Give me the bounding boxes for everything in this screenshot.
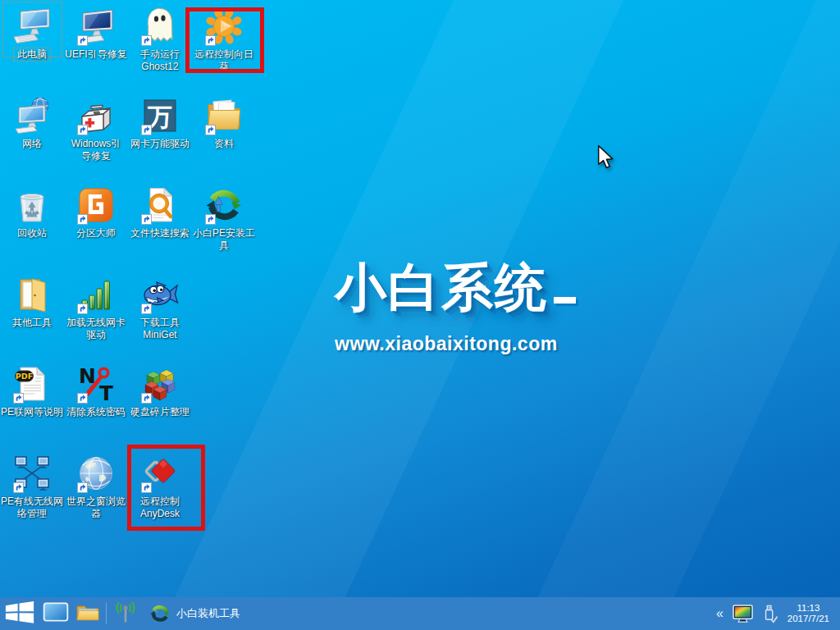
brand-logo-url: www.xiaobaixitong.com bbox=[335, 333, 576, 355]
shortcut-arrow-icon bbox=[141, 482, 152, 493]
desktop-background[interactable]: 此电脑UEFI引导修复手动运行 Ghost12远程控制向日 葵网络Widnows… bbox=[0, 0, 840, 630]
desktop-icon-label: Widnows引 导修复 bbox=[71, 138, 121, 162]
toolbox-icon bbox=[76, 96, 116, 135]
shortcut-arrow-icon bbox=[77, 125, 88, 135]
desktop-icon-label: 远程控制 AnyDesk bbox=[140, 495, 180, 520]
folder-icon bbox=[204, 96, 244, 135]
shortcut-arrow-icon bbox=[77, 393, 88, 404]
desktop-icon-other-tools[interactable]: 其他工具 bbox=[0, 275, 64, 329]
shortcut-arrow-icon bbox=[77, 214, 88, 225]
shark-icon bbox=[140, 275, 180, 314]
desktop-icon-label: 硬盘碎片整理 bbox=[130, 406, 189, 418]
tray-clock[interactable]: 11:13 2017/7/21 bbox=[788, 603, 829, 624]
pc-repair-icon bbox=[76, 7, 116, 46]
taskbar-app-button[interactable]: 小白装机工具 bbox=[144, 597, 245, 630]
desktop-icon-label: 下载工具 MiniGet bbox=[140, 317, 180, 341]
desktop-icon-label: 手动运行 Ghost12 bbox=[140, 48, 180, 73]
desktop-icon-label: 小白PE安装工 具 bbox=[193, 227, 255, 252]
net-nodes-icon bbox=[12, 454, 52, 493]
ghost-icon bbox=[140, 7, 180, 46]
desktop-icon-wireless-nic-driver[interactable]: 加载无线网卡 驱动 bbox=[64, 275, 128, 341]
desktop-icon-data-folder[interactable]: 资料 bbox=[192, 96, 256, 150]
logo-underscore bbox=[554, 297, 576, 304]
desktop-icon-nic-universal-driver[interactable]: 万网卡万能驱动 bbox=[128, 96, 192, 150]
shortcut-arrow-icon bbox=[205, 35, 216, 46]
desktop-icon-uefi-repair[interactable]: UEFI引导修复 bbox=[64, 7, 128, 61]
desktop-icon-file-quick-search[interactable]: 文件快速搜索 bbox=[128, 185, 192, 240]
partition-icon bbox=[76, 185, 116, 225]
shortcut-arrow-icon bbox=[141, 125, 152, 135]
cubes-icon bbox=[140, 364, 180, 404]
desktop-icon-label: 世界之窗浏览 器 bbox=[66, 495, 126, 520]
desktop-icon-sunflower-remote[interactable]: 远程控制向日 葵 bbox=[192, 7, 256, 73]
shortcut-arrow-icon bbox=[205, 125, 216, 135]
brand-logo: 小白系统 www.xiaobaixitong.com bbox=[335, 258, 576, 355]
desktop-icon-world-window-browser[interactable]: 世界之窗浏览 器 bbox=[64, 454, 128, 520]
brand-logo-title: 小白系统 bbox=[335, 258, 576, 317]
desktop-icon-clear-password[interactable]: NT清除系统密码 bbox=[64, 364, 128, 418]
shortcut-arrow-icon bbox=[205, 214, 216, 225]
folder-icon bbox=[75, 601, 100, 626]
hidden-icons-chevron[interactable]: « bbox=[716, 607, 724, 620]
shortcut-arrow-icon bbox=[77, 482, 88, 493]
pdf-doc-icon: PDF bbox=[12, 364, 52, 404]
wan-driver-icon: 万 bbox=[140, 96, 180, 135]
usb-eject-icon[interactable] bbox=[762, 602, 778, 625]
desktop-icon-pe-network-mgmt[interactable]: PE有线无线网 络管理 bbox=[0, 454, 64, 520]
desktop-icon-label: 资料 bbox=[214, 138, 234, 150]
desktop-icon-label: 此电脑 bbox=[14, 48, 50, 61]
svg-text:PDF: PDF bbox=[16, 372, 33, 381]
desktop-icon-label: PE有线无线网 络管理 bbox=[1, 495, 63, 520]
desktop-icon-pe-readme[interactable]: PDFPE联网等说明 bbox=[0, 364, 64, 418]
open-folder-icon bbox=[12, 275, 52, 314]
desktop-icon-partition-master[interactable]: 分区大师 bbox=[64, 185, 128, 240]
desktop-icon-label: 清除系统密码 bbox=[66, 406, 126, 418]
display-settings-icon[interactable] bbox=[733, 605, 753, 623]
desktop-icon-miniget[interactable]: 下载工具 MiniGet bbox=[128, 275, 192, 341]
desktop-icon-recycle-bin[interactable]: 回收站 bbox=[0, 185, 64, 240]
desktop-icon-network[interactable]: 网络 bbox=[0, 96, 64, 150]
svg-text:T: T bbox=[99, 381, 113, 404]
sunflower-icon bbox=[204, 7, 244, 46]
desktop-icon-label: 远程控制向日 葵 bbox=[194, 48, 253, 73]
taskbar: 小白装机工具 « 11:13 2017/7/21 bbox=[0, 597, 840, 630]
wifi-antenna-button[interactable] bbox=[110, 597, 141, 630]
taskbar-separator bbox=[106, 603, 107, 624]
desktop-icon-label: 网卡万能驱动 bbox=[130, 138, 189, 150]
globe-icon bbox=[76, 454, 116, 493]
shortcut-arrow-icon bbox=[141, 214, 152, 225]
shortcut-arrow-icon bbox=[77, 304, 88, 314]
desktop-icon-label: 回收站 bbox=[17, 227, 47, 240]
recycle-bin-icon bbox=[12, 185, 52, 225]
start-button[interactable] bbox=[0, 597, 39, 630]
taskbar-app-label: 小白装机工具 bbox=[176, 606, 240, 621]
desktop-icon-this-pc[interactable]: 此电脑 bbox=[0, 7, 64, 61]
desktop-icon-anydesk[interactable]: 远程控制 AnyDesk bbox=[128, 454, 192, 520]
nt-key-icon: NT bbox=[76, 364, 116, 404]
shortcut-arrow-icon bbox=[141, 304, 152, 314]
desktop-icon-windows-boot-repair[interactable]: Widnows引 导修复 bbox=[64, 96, 128, 162]
file-search-icon bbox=[140, 185, 180, 225]
desktop-icon-xiaobai-pe-install[interactable]: 小白PE安装工 具 bbox=[192, 185, 256, 252]
network-icon bbox=[12, 96, 52, 135]
desktop-icon-label: 加载无线网卡 驱动 bbox=[66, 317, 126, 341]
tray-time: 11:13 bbox=[788, 603, 829, 614]
system-tray: « 11:13 2017/7/21 bbox=[716, 602, 840, 625]
desktop-icon-label: 网络 bbox=[22, 138, 42, 150]
desktop-icon-ghost12[interactable]: 手动运行 Ghost12 bbox=[128, 7, 192, 73]
cycle-arrows-icon bbox=[204, 185, 244, 225]
antenna-icon bbox=[112, 600, 139, 628]
shortcut-arrow-icon bbox=[13, 482, 24, 493]
this-pc-icon bbox=[12, 7, 52, 46]
anydesk-icon bbox=[140, 454, 180, 493]
file-explorer-button[interactable] bbox=[72, 597, 103, 630]
show-desktop-button[interactable] bbox=[39, 597, 72, 630]
xiaobai-tool-icon bbox=[149, 603, 171, 624]
shortcut-arrow-icon bbox=[141, 393, 152, 404]
show-desktop-icon bbox=[43, 602, 69, 625]
desktop-icon-disk-defrag[interactable]: 硬盘碎片整理 bbox=[128, 364, 192, 418]
shortcut-arrow-icon bbox=[13, 393, 24, 404]
desktop-icon-label: 文件快速搜索 bbox=[130, 227, 189, 240]
desktop-icon-label: 其他工具 bbox=[12, 317, 52, 329]
shortcut-arrow-icon bbox=[141, 35, 152, 46]
